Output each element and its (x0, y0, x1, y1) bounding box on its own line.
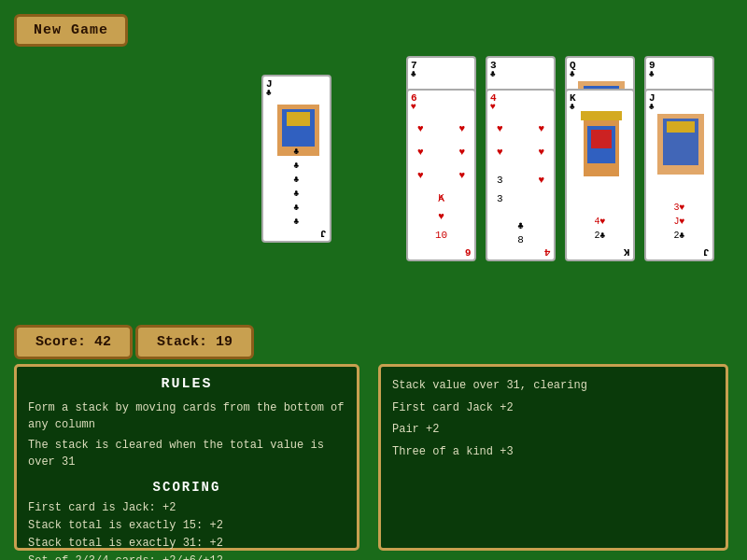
card-pip: ♣ (293, 175, 299, 185)
scoring-title: SCORING (28, 478, 345, 497)
event-line: First card Jack +2 (392, 399, 714, 419)
card-pip: ♣ (293, 189, 299, 199)
card-column-3-front[interactable]: 4 ♥ ♥ ♥ ♥ ♥ 3 ♥ 3 ♣ 8 4 (486, 89, 556, 261)
stack-display: Stack: 19 (135, 325, 254, 359)
scoring-line: Stack total is exactly 15: +2 (28, 517, 345, 534)
rules-text2: The stack is cleared when the total valu… (28, 437, 345, 470)
card-pip: ♣ (293, 161, 299, 171)
event-line: Pair +2 (392, 420, 714, 441)
card-pip: ♣ (293, 147, 299, 157)
card-rank-br: 4 (544, 246, 551, 257)
card-column-5-front[interactable]: J ♣ 3♥ J♥ 2♣ J (644, 89, 714, 261)
card-suit: ♣ (266, 89, 272, 98)
rules-title: RULES (28, 374, 345, 396)
card-suit: ♣ (490, 70, 496, 79)
scoring-line: Stack total is exactly 31: +2 (28, 535, 345, 552)
event-lines: Stack value over 31, clearingFirst card … (392, 376, 714, 462)
rules-panel: RULES Form a stack by moving cards from … (14, 364, 359, 551)
card-suit: ♣ (570, 70, 575, 79)
card-suit: ♣ (649, 70, 655, 79)
scoring-lines: First card is Jack: +2Stack total is exa… (28, 499, 345, 561)
card-suit: ♣ (649, 103, 655, 112)
card-column-4-front[interactable]: K ♣ 4♥ 2♣ K (565, 89, 635, 261)
card-rank-br: J (703, 246, 710, 257)
scoring-line: Set of 2/3/4 cards: +2/+6/+12 (28, 553, 345, 561)
card-pip: ♣ (293, 217, 299, 227)
rules-text1: Form a stack by moving cards from the bo… (28, 399, 345, 433)
events-panel: Stack value over 31, clearingFirst card … (378, 364, 728, 551)
card-suit: ♣ (411, 70, 416, 79)
card-rank-br: K (624, 246, 630, 257)
event-line: Stack value over 31, clearing (392, 376, 714, 397)
card-rank-br: J (320, 228, 327, 238)
card-suit: ♥ (411, 103, 416, 112)
card-area: J ♣ ♣ ♣ ♣ ♣ ♣ ♣ J 7 ♣ ♣ 7 6 ♥ ♥ ♥ ♥ ♥ ♥ … (0, 28, 747, 317)
scoring-line: First card is Jack: +2 (28, 499, 345, 516)
card-pip: ♣ (293, 203, 299, 213)
card-rank-br: 6 (465, 246, 472, 257)
event-line: Three of a kind +3 (392, 442, 714, 463)
card-suit: ♥ (490, 103, 496, 112)
card-suit: ♣ (570, 103, 575, 112)
score-display: Score: 42 (14, 325, 133, 359)
card-column-2-front[interactable]: 6 ♥ ♥ ♥ ♥ ♥ ♥ ♥ A K ♥ 10 6 (406, 89, 476, 261)
card-column-1[interactable]: J ♣ ♣ ♣ ♣ ♣ ♣ ♣ J (261, 75, 331, 243)
